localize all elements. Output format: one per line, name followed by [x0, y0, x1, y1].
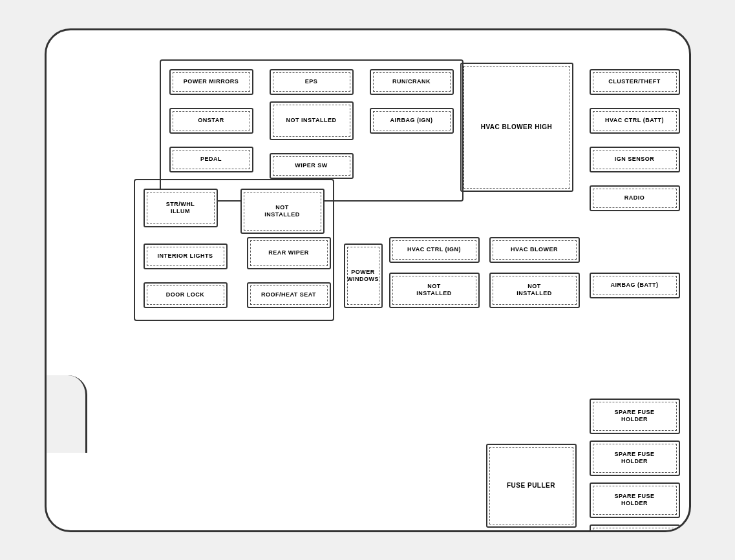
not-installed-3-label: NOTINSTALLED: [392, 276, 476, 305]
hvac-blower-high-label: HVAC BLOWER HIGH: [463, 66, 570, 189]
fuse-puller: FUSE PULLER: [486, 444, 577, 528]
eps-label: EPS: [273, 72, 350, 92]
spare-fuse-2-label: SPARE FUSEHOLDER: [593, 444, 677, 473]
spare-fuse-2: SPARE FUSEHOLDER: [590, 441, 680, 476]
run-crank-label: RUN/CRANK: [373, 72, 451, 92]
spare-fuse-4-label: SPARE FUSEHOLDER: [593, 528, 677, 532]
wiper-sw: WIPER SW: [270, 153, 354, 179]
interior-lights-label: INTERIOR LIGHTS: [147, 247, 224, 266]
fuse-puller-label: FUSE PULLER: [489, 447, 573, 524]
radio: RADIO: [590, 185, 680, 211]
str-whl-illum-label: STR/WHLILLUM: [147, 192, 215, 224]
eps: EPS: [270, 69, 354, 95]
power-mirrors: POWER MIRRORS: [169, 69, 253, 95]
airbag-batt-label: AIRBAG (BATT): [593, 276, 677, 295]
cluster-theft-label: CLUSTER/THEFT: [593, 72, 677, 92]
airbag-ign-label: AIRBAG (IGN): [373, 111, 451, 130]
onstar: ONSTAR: [169, 108, 253, 134]
not-installed-1: NOT INSTALLED: [270, 101, 354, 140]
interior-lights: INTERIOR LIGHTS: [144, 244, 228, 269]
radio-label: RADIO: [593, 189, 677, 208]
airbag-ign: AIRBAG (IGN): [370, 108, 454, 134]
cluster-theft: CLUSTER/THEFT: [590, 69, 680, 95]
not-installed-4-label: NOTINSTALLED: [493, 276, 577, 305]
hvac-blower: HVAC BLOWER: [489, 237, 580, 263]
not-installed-3: NOTINSTALLED: [389, 273, 480, 308]
run-crank: RUN/CRANK: [370, 69, 454, 95]
ign-sensor-label: IGN SENSOR: [593, 150, 677, 169]
pedal-label: PEDAL: [173, 150, 250, 169]
spare-fuse-3: SPARE FUSEHOLDER: [590, 482, 680, 518]
door-lock-label: DOOR LOCK: [147, 285, 224, 305]
not-installed-4: NOTINSTALLED: [489, 273, 580, 308]
spare-fuse-4: SPARE FUSEHOLDER: [590, 524, 680, 532]
power-windows: POWERWINDOWS: [344, 244, 383, 308]
not-installed-1-label: NOT INSTALLED: [273, 105, 350, 137]
str-whl-illum: STR/WHLILLUM: [144, 189, 218, 227]
not-installed-2: NOTINSTALLED: [240, 189, 325, 234]
spare-fuse-3-label: SPARE FUSEHOLDER: [593, 486, 677, 515]
fuse-diagram: HVAC BLOWER HIGHFUSE PULLERPOWER MIRRORS…: [45, 28, 691, 532]
spare-fuse-1: SPARE FUSEHOLDER: [590, 399, 680, 434]
hvac-ctrl-ign-label: HVAC CTRL (IGN): [392, 240, 476, 260]
rear-wiper: REAR WIPER: [247, 237, 331, 269]
airbag-batt: AIRBAG (BATT): [590, 273, 680, 298]
rear-wiper-label: REAR WIPER: [250, 240, 328, 266]
not-installed-2-label: NOTINSTALLED: [244, 192, 321, 231]
door-lock: DOOR LOCK: [144, 282, 228, 308]
roof-heat-seat: ROOF/HEAT SEAT: [247, 282, 331, 308]
hvac-blower-label: HVAC BLOWER: [493, 240, 577, 260]
power-windows-label: POWERWINDOWS: [347, 247, 379, 305]
pedal: PEDAL: [169, 147, 253, 172]
roof-heat-seat-label: ROOF/HEAT SEAT: [250, 285, 328, 305]
hvac-ctrl-ign: HVAC CTRL (IGN): [389, 237, 480, 263]
spare-fuse-1-label: SPARE FUSEHOLDER: [593, 402, 677, 431]
hvac-ctrl-batt: HVAC CTRL (BATT): [590, 108, 680, 134]
onstar-label: ONSTAR: [173, 111, 250, 130]
wiper-sw-label: WIPER SW: [273, 156, 350, 176]
hvac-blower-high: HVAC BLOWER HIGH: [460, 63, 573, 192]
ign-sensor: IGN SENSOR: [590, 147, 680, 172]
fuse-box-content: HVAC BLOWER HIGHFUSE PULLERPOWER MIRRORS…: [47, 30, 689, 530]
power-mirrors-label: POWER MIRRORS: [173, 72, 250, 92]
hvac-ctrl-batt-label: HVAC CTRL (BATT): [593, 111, 677, 130]
